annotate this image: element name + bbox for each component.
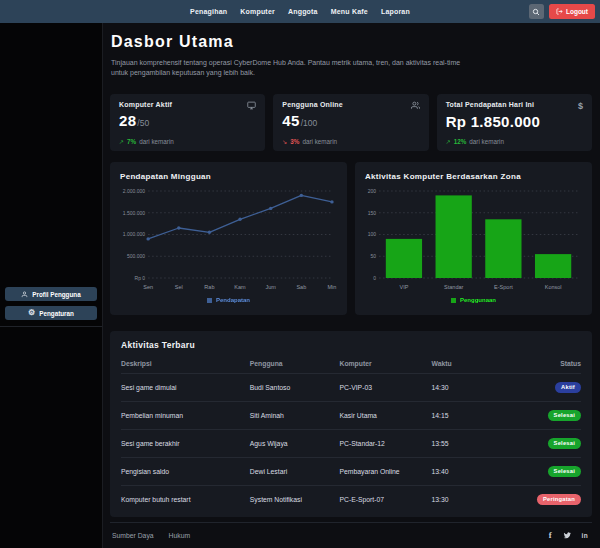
sidebar-item-label: Pengaturan [39,310,74,317]
gear-icon: ⚙ [28,309,35,317]
cell-deskripsi: Komputer butuh restart [121,486,250,514]
legend-label: Penggunaan [460,297,496,303]
chart-title-weekly-revenue: Pendapatan Mingguan [120,172,339,181]
weekly-revenue-chart-card: Pendapatan Mingguan Rp 0500.0001.000.000… [110,162,347,315]
nav-right-controls: Logout [529,4,595,19]
stat-label: Komputer Aktif [119,101,172,108]
stat-trend: ↗12%dari kemarin [446,138,504,145]
cell-komputer: PC-E-Sport-07 [339,486,431,514]
footer-social: fin [549,530,588,540]
cell-komputer: PC-Standar-12 [339,430,431,458]
stat-card-header: Pengguna Online [282,101,419,110]
users-icon [411,101,420,110]
nav-item-anggota[interactable]: Anggota [288,8,318,15]
svg-text:Konsol: Konsol [545,284,562,290]
column-header-status: Status [496,358,581,374]
svg-text:Jum: Jum [265,284,276,290]
footer-link-hukum[interactable]: Hukum [169,532,191,539]
cell-waktu: 13:55 [431,430,495,458]
cell-pengguna: Siti Aminah [250,402,340,430]
linkedin-icon[interactable]: in [582,532,588,539]
svg-text:0: 0 [373,275,376,281]
svg-text:VIP: VIP [400,284,409,290]
stat-value-suffix: /100 [301,118,318,128]
trend-down-arrow-icon: ↘ [282,138,287,145]
svg-text:Min: Min [328,284,337,290]
stat-trend-percent: 3% [290,138,299,145]
cell-komputer: PC-VIP-03 [339,374,431,402]
svg-text:2.000.000: 2.000.000 [123,188,146,194]
svg-text:E-Sport: E-Sport [494,284,513,290]
bar-chart-svg: 050100150200VIPStandarE-SportKonsol [363,186,584,296]
stat-value-row: Rp 1.850.000 [446,113,583,130]
line-chart-legend: Pendapatan [118,297,339,303]
cell-pengguna: Budi Santoso [250,374,340,402]
stat-value-row: 28/50 [119,112,256,129]
cell-waktu: 14:15 [431,402,495,430]
nav-item-laporan[interactable]: Laporan [381,8,410,15]
stat-trend-percent: 7% [127,138,136,145]
monitor-icon [247,101,256,110]
svg-text:Sab: Sab [296,284,306,290]
table-title: Aktivitas Terbaru [121,340,581,350]
sidebar: Profil Pengguna⚙Pengaturan [0,23,103,548]
page-title: Dasbor Utama [111,33,592,51]
sidebar-divider [0,326,102,327]
cell-pengguna: System Notifikasi [250,486,340,514]
status-badge: Aktif [555,382,581,393]
facebook-icon[interactable]: f [549,530,552,540]
stat-label: Total Pendapatan Hari Ini [446,101,535,108]
footer-link-sumber-daya[interactable]: Sumber Daya [112,532,154,539]
status-badge: Selesai [548,438,581,449]
logout-button[interactable]: Logout [549,4,595,19]
status-badge: Selesai [548,466,581,477]
search-button[interactable] [529,4,544,19]
svg-text:Kam: Kam [234,284,246,290]
nav-item-menu-kafe[interactable]: Menu Kafe [331,8,368,15]
footer-links: Sumber DayaHukum [112,532,190,539]
twitter-icon[interactable] [563,531,571,539]
legend-swatch [451,298,456,303]
sidebar-item-profil-pengguna[interactable]: Profil Pengguna [5,287,97,301]
stat-trend-percent: 12% [454,138,467,145]
svg-text:Rp 0: Rp 0 [135,275,146,281]
table-row: Pembelian minumanSiti AminahKasir Utama1… [121,402,581,430]
stat-card-pengguna-online: Pengguna Online45/100↘3%dari kemarin [273,94,428,151]
column-header-pengguna: Pengguna [250,358,340,374]
stat-trend-text: dari kemarin [302,138,337,145]
stat-trend-text: dari kemarin [139,138,174,145]
table-row: Sesi game dimulaiBudi SantosoPC-VIP-0314… [121,374,581,402]
status-badge: Selesai [548,410,581,421]
stat-value-suffix: /50 [137,118,149,128]
main-content: Dasbor Utama Tinjauan komprehensif tenta… [103,23,600,548]
svg-text:Sen: Sen [143,284,153,290]
stat-value-row: 45/100 [282,112,419,129]
sidebar-item-label: Profil Pengguna [32,291,80,298]
svg-text:50: 50 [370,253,376,259]
svg-text:1.000.000: 1.000.000 [123,232,146,238]
svg-text:Standar: Standar [444,284,463,290]
legend-swatch [207,298,212,303]
search-icon [532,4,540,19]
zone-activity-chart-card: Aktivitas Komputer Berdasarkan Zona 0501… [355,162,592,315]
stat-trend: ↘3%dari kemarin [282,138,337,145]
stat-label: Pengguna Online [282,101,343,108]
cell-waktu: 14:30 [431,374,495,402]
nav-item-penagihan[interactable]: Penagihan [190,8,227,15]
stat-value: 28 [119,112,136,129]
svg-text:100: 100 [368,232,377,238]
sidebar-item-pengaturan[interactable]: ⚙Pengaturan [5,306,97,320]
line-chart-svg: Rp 0500.0001.000.0001.500.0002.000.000Se… [118,186,339,296]
column-header-waktu: Waktu [431,358,495,374]
stat-value: 45 [282,112,299,129]
nav-item-komputer[interactable]: Komputer [240,8,275,15]
cell-pengguna: Dewi Lestari [250,458,340,486]
stat-card-header: Total Pendapatan Hari Ini$ [446,101,583,111]
logout-icon [556,8,563,16]
cell-deskripsi: Pengisian saldo [121,458,250,486]
activity-table: DeskripsiPenggunaKomputerWaktuStatus Ses… [121,358,581,513]
table-row: Komputer butuh restartSystem NotifikasiP… [121,486,581,514]
top-navbar: PenagihanKomputerAnggotaMenu KafeLaporan… [0,0,600,23]
charts-row: Pendapatan Mingguan Rp 0500.0001.000.000… [110,162,592,315]
table-row: Sesi game berakhirAgus WijayaPC-Standar-… [121,430,581,458]
